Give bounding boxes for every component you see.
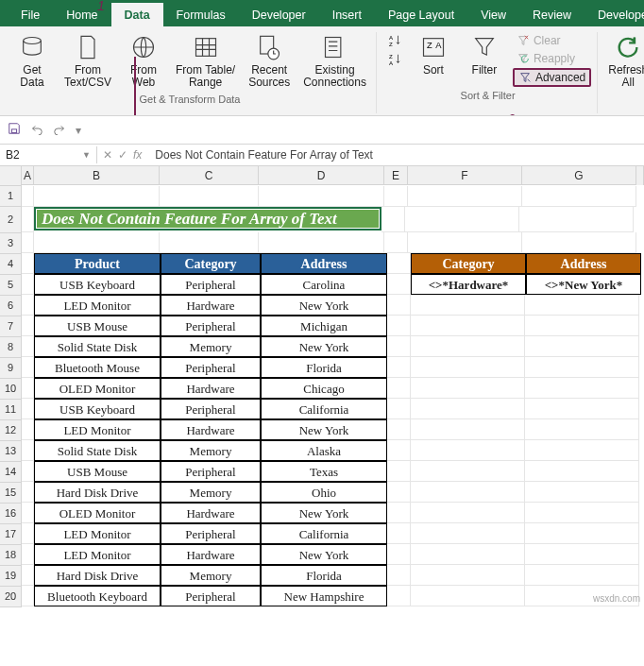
tab-page-layout[interactable]: Page Layout [375, 3, 467, 26]
cell-category[interactable]: Peripheral [161, 586, 261, 606]
cell-product[interactable]: USB Keyboard [34, 399, 161, 419]
chevron-down-icon[interactable]: ▼ [82, 150, 91, 160]
tab-developer[interactable]: Developer [239, 3, 319, 26]
qat-dropdown[interactable]: ▾ [76, 124, 81, 137]
cell-category[interactable]: Hardware [161, 295, 261, 316]
cell-address[interactable]: Alaska [261, 440, 387, 461]
cell-address[interactable]: Chicago [261, 378, 387, 399]
row-header[interactable]: 3 [0, 233, 22, 254]
row-header[interactable]: 11 [0, 400, 22, 420]
tab-view[interactable]: View [467, 3, 519, 26]
cell-address[interactable]: Texas [261, 461, 387, 482]
cell-address[interactable]: Florida [261, 565, 387, 586]
cell-product[interactable]: Hard Disk Drive [34, 482, 161, 503]
row-header[interactable]: 17 [0, 524, 22, 545]
filter-button[interactable]: Filter [462, 32, 507, 78]
cell-category[interactable]: Hardware [161, 378, 261, 399]
name-box[interactable]: B2▼ [0, 146, 97, 163]
sort-az-button[interactable]: AZ [384, 32, 405, 49]
header-address[interactable]: Address [261, 253, 387, 274]
cell-category[interactable]: Peripheral [161, 274, 261, 295]
col-header-f[interactable]: F [408, 166, 522, 185]
row-header[interactable]: 7 [0, 316, 22, 337]
cell-product[interactable]: LED Monitor [34, 295, 161, 316]
row-header[interactable]: 6 [0, 296, 22, 316]
cell-product[interactable]: USB Mouse [34, 461, 161, 482]
redo-button[interactable] [53, 122, 66, 138]
cell-product[interactable]: USB Mouse [34, 316, 161, 336]
cell-address[interactable]: California [261, 523, 387, 544]
tab-review[interactable]: Review [519, 3, 585, 26]
cancel-formula-button[interactable]: ✕ [103, 148, 112, 162]
header-category[interactable]: Category [161, 253, 261, 274]
row-header[interactable]: 15 [0, 483, 22, 504]
cell-product[interactable]: LED Monitor [34, 544, 161, 565]
cell-address[interactable]: New York [261, 295, 387, 316]
tab-formulas[interactable]: Formulas [163, 3, 239, 26]
row-header[interactable]: 19 [0, 566, 22, 587]
from-text-csv-button[interactable]: From Text/CSV [60, 32, 115, 91]
col-header-e[interactable]: E [384, 166, 408, 185]
col-header-b[interactable]: B [34, 166, 160, 185]
cell-category[interactable]: Hardware [161, 503, 261, 523]
spreadsheet-grid[interactable]: 1 2 3 4 5 6 7 8 9 10 11 12 13 14 15 16 1… [0, 186, 644, 607]
cell-address[interactable]: Florida [261, 357, 387, 378]
cell-product[interactable]: OLED Monitor [34, 378, 161, 399]
crit-address[interactable]: <>*New York* [526, 274, 641, 295]
tab-developer-2[interactable]: Developer [585, 3, 644, 26]
crit-header-category[interactable]: Category [411, 253, 526, 274]
select-all-corner[interactable] [0, 166, 22, 186]
cell-category[interactable]: Hardware [161, 419, 261, 440]
undo-button[interactable] [30, 122, 43, 138]
cell-product[interactable]: LED Monitor [34, 523, 161, 544]
cell-category[interactable]: Peripheral [161, 461, 261, 482]
row-header[interactable]: 12 [0, 420, 22, 441]
row-header[interactable]: 1 [0, 186, 22, 207]
row-header[interactable]: 10 [0, 379, 22, 400]
row-header[interactable]: 8 [0, 337, 22, 358]
cell-product[interactable]: Solid State Disk [34, 440, 161, 461]
crit-header-address[interactable]: Address [526, 253, 641, 274]
enter-formula-button[interactable]: ✓ [118, 148, 127, 162]
cell-category[interactable]: Memory [161, 440, 261, 461]
cell-address[interactable]: New York [261, 419, 387, 440]
cell-product[interactable]: Bluetooth Mouse [34, 357, 161, 378]
row-header[interactable]: 14 [0, 462, 22, 483]
header-product[interactable]: Product [34, 253, 161, 274]
title-cell[interactable]: Does Not Contain Feature For Array of Te… [34, 207, 381, 231]
col-header-d[interactable]: D [259, 166, 384, 185]
cell-address[interactable]: California [261, 399, 387, 419]
clear-button[interactable]: Clear [513, 32, 591, 49]
col-header-a[interactable]: A [22, 166, 34, 185]
get-data-button[interactable]: Get Data [9, 32, 55, 91]
cell-address[interactable]: Michigan [261, 316, 387, 336]
tab-file[interactable]: File [8, 3, 53, 26]
cell-address[interactable]: New York [261, 544, 387, 565]
row-header[interactable]: 18 [0, 545, 22, 566]
cell-product[interactable]: OLED Monitor [34, 503, 161, 523]
row-header[interactable]: 13 [0, 441, 22, 462]
cell-address[interactable]: New York [261, 336, 387, 357]
cell-product[interactable]: Solid State Disk [34, 336, 161, 357]
cell-product[interactable]: LED Monitor [34, 419, 161, 440]
crit-category[interactable]: <>*Hardware* [411, 274, 526, 295]
cell-category[interactable]: Peripheral [161, 523, 261, 544]
fx-button[interactable]: fx [133, 148, 142, 162]
row-header[interactable]: 2 [0, 207, 22, 233]
cell-category[interactable]: Memory [161, 482, 261, 503]
tab-data[interactable]: Data [111, 3, 163, 26]
cell-category[interactable]: Peripheral [161, 316, 261, 336]
advanced-filter-button[interactable]: Advanced [513, 68, 591, 87]
col-header-c[interactable]: C [160, 166, 259, 185]
cell-category[interactable]: Hardware [161, 544, 261, 565]
save-button[interactable] [8, 122, 21, 138]
cell-product[interactable]: Hard Disk Drive [34, 565, 161, 586]
row-header[interactable]: 20 [0, 587, 22, 607]
cell-address[interactable]: Carolina [261, 274, 387, 295]
row-header[interactable]: 9 [0, 358, 22, 379]
cell-category[interactable]: Memory [161, 565, 261, 586]
row-header[interactable]: 16 [0, 504, 22, 524]
cell-category[interactable]: Memory [161, 336, 261, 357]
reapply-button[interactable]: Reapply [513, 50, 591, 67]
row-header[interactable]: 5 [0, 275, 22, 296]
